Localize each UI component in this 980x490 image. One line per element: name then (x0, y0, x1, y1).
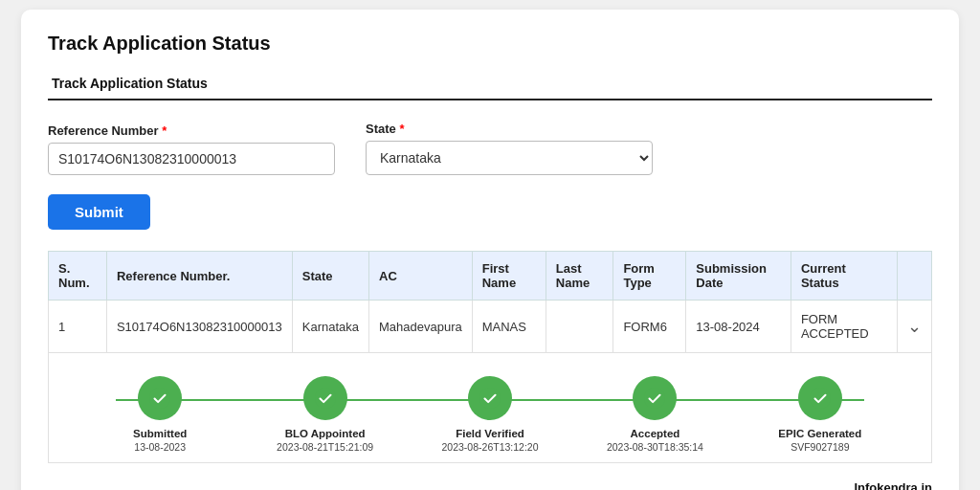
reference-number-input[interactable] (48, 143, 335, 175)
tab-track-application[interactable]: Track Application Status (48, 70, 212, 99)
cell-snum: 1 (49, 301, 107, 353)
reference-number-label: Reference Number * (48, 123, 335, 138)
required-star-ref: * (162, 123, 167, 138)
step-label-blo: BLO Appointed (285, 428, 366, 439)
cell-ref: S10174O6N13082310000013 (106, 301, 292, 353)
step-date-submitted: 13-08-2023 (134, 441, 186, 453)
col-action (897, 252, 931, 301)
results-table-wrapper: S. Num. Reference Number. State AC First… (48, 251, 932, 463)
timeline-step-blo: BLO Appointed 2023-08-21T15:21:09 (242, 376, 407, 453)
col-state: State (292, 252, 368, 301)
table-body: 1 S10174O6N13082310000013 Karnataka Maha… (49, 301, 932, 353)
col-formtype: Form Type (613, 252, 686, 301)
svg-point-2 (479, 388, 501, 409)
cell-formtype: FORM6 (613, 301, 686, 353)
timeline-step-accepted: Accepted 2023-08-30T18:35:14 (572, 376, 737, 453)
state-select[interactable]: Karnataka Andhra Pradesh Tamil Nadu Maha… (366, 141, 653, 175)
step-date-blo: 2023-08-21T15:21:09 (277, 441, 373, 453)
timeline-circle-accepted (633, 376, 677, 420)
tab-bar: Track Application Status (48, 70, 932, 100)
main-card: Track Application Status Track Applicati… (21, 10, 959, 490)
timeline-circle-submitted (138, 376, 182, 420)
table-row: 1 S10174O6N13082310000013 Karnataka Maha… (49, 301, 932, 353)
svg-point-3 (644, 388, 665, 409)
step-date-epic: SVF9027189 (791, 441, 849, 453)
timeline-step-epic: EPIC Generated SVF9027189 (738, 376, 902, 453)
cell-firstname: MANAS (472, 301, 546, 353)
timeline-circle-blo (303, 376, 347, 420)
timeline: Submitted 13-08-2023 BLO Appointed 2023-… (68, 367, 912, 453)
cell-state: Karnataka (292, 301, 368, 353)
col-subdate: Submission Date (686, 252, 791, 301)
step-label-accepted: Accepted (631, 428, 680, 439)
state-group: State * Karnataka Andhra Pradesh Tamil N… (366, 122, 653, 175)
timeline-step-fieldverified: Field Verified 2023-08-26T13:12:20 (408, 376, 572, 453)
step-date-accepted: 2023-08-30T18:35:14 (607, 441, 703, 453)
results-table: S. Num. Reference Number. State AC First… (48, 251, 932, 353)
cell-lastname (546, 301, 613, 353)
form-row: Reference Number * State * Karnataka And… (48, 122, 932, 175)
svg-point-1 (315, 388, 336, 409)
footer-brand: Infokendra.in (48, 480, 932, 490)
table-header: S. Num. Reference Number. State AC First… (49, 252, 932, 301)
state-label: State * (366, 122, 653, 136)
cell-subdate: 13-08-2024 (686, 301, 791, 353)
col-status: Current Status (791, 252, 897, 301)
timeline-circle-epic (798, 376, 842, 420)
svg-point-0 (149, 388, 170, 409)
timeline-circle-fieldverified (468, 376, 512, 420)
svg-point-4 (810, 388, 831, 409)
reference-number-group: Reference Number * (48, 123, 335, 175)
expand-row-button[interactable]: ⌄ (897, 301, 931, 353)
step-label-fieldverified: Field Verified (456, 428, 524, 439)
timeline-section: Submitted 13-08-2023 BLO Appointed 2023-… (48, 353, 932, 463)
timeline-step-submitted: Submitted 13-08-2023 (78, 376, 242, 453)
step-date-fieldverified: 2023-08-26T13:12:20 (442, 441, 539, 453)
step-label-epic: EPIC Generated (778, 428, 861, 439)
col-ac: AC (369, 252, 473, 301)
col-firstname: First Name (472, 252, 546, 301)
col-lastname: Last Name (546, 252, 613, 301)
page-title: Track Application Status (48, 33, 932, 55)
cell-ac: Mahadevapura (369, 301, 473, 353)
required-star-state: * (399, 122, 404, 136)
step-label-submitted: Submitted (133, 428, 187, 439)
submit-button[interactable]: Submit (48, 194, 150, 230)
col-ref: Reference Number. (106, 252, 292, 301)
cell-status: FORM ACCEPTED (791, 301, 897, 353)
col-snum: S. Num. (49, 252, 107, 301)
